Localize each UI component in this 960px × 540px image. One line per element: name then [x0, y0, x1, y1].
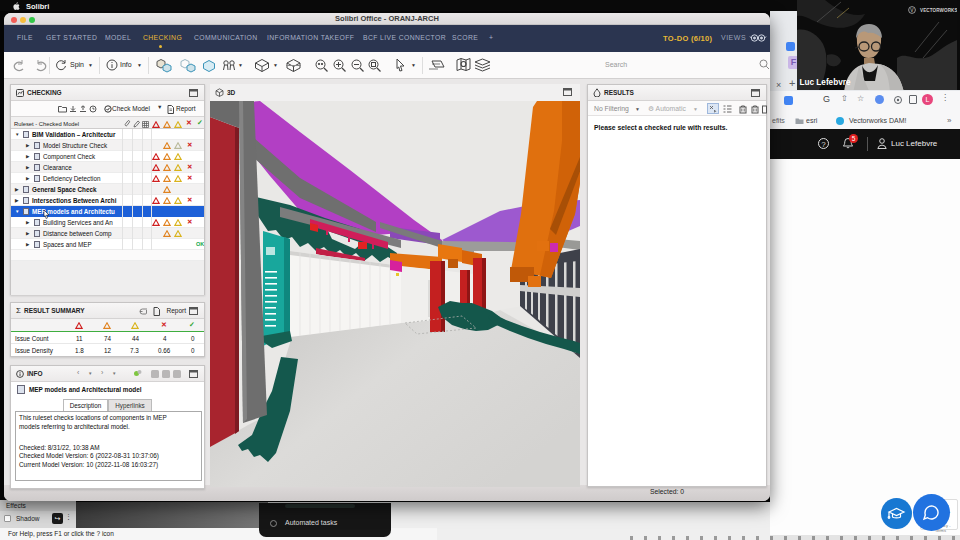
svg-text:Luc Lefebvre: Luc Lefebvre — [800, 78, 851, 87]
svg-text:VECTORWORKS: VECTORWORKS — [920, 8, 957, 13]
